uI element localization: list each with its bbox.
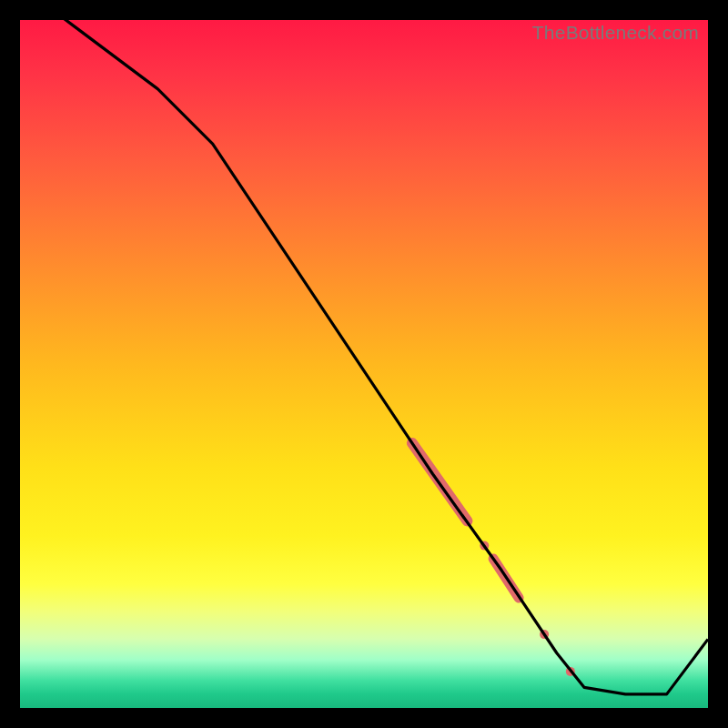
data-line — [20, 20, 708, 694]
chart-frame: TheBottleneck.com — [0, 0, 728, 728]
watermark-text: TheBottleneck.com — [532, 22, 699, 44]
chart-svg — [20, 20, 708, 708]
plot-area: TheBottleneck.com — [20, 20, 708, 708]
